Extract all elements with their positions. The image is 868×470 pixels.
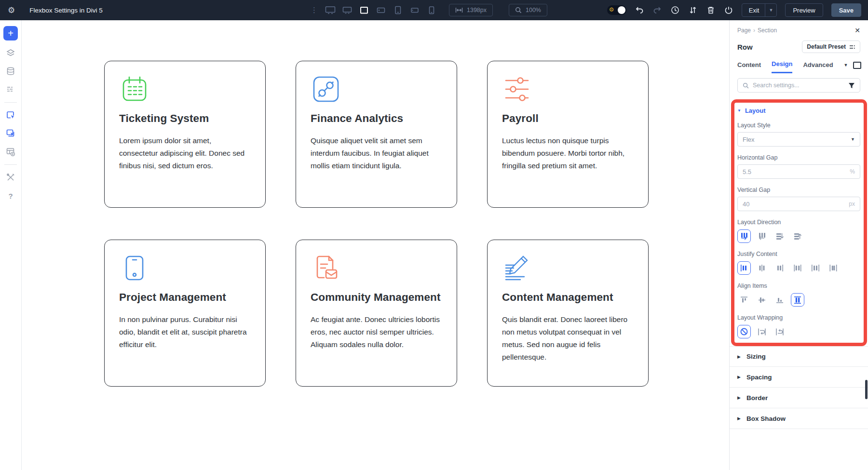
breadcrumb-page[interactable]: Page	[737, 27, 751, 34]
section-border[interactable]: ▶ Border	[730, 388, 868, 408]
close-icon[interactable]: ✕	[854, 27, 860, 34]
settings-panel: Page › Section ✕ Row Default Preset Cont…	[729, 20, 868, 470]
tab-design[interactable]: Design	[772, 60, 792, 73]
zoom-level-indicator[interactable]: 100%	[509, 4, 547, 16]
filter-icon[interactable]	[848, 82, 855, 89]
redo-icon[interactable]	[652, 5, 662, 15]
device-tablet-landscape-icon[interactable]	[375, 4, 387, 16]
default-preset-button[interactable]: Default Preset	[802, 40, 860, 53]
layout-direction-options	[737, 229, 860, 243]
builder-mode-toggle[interactable]: ⚙	[607, 5, 626, 15]
justify-content-options	[737, 261, 860, 275]
expand-caret-icon: ▶	[737, 416, 741, 421]
layout-settings-group: ▼ Layout Layout Style Flex ▼ Horizontal …	[731, 99, 867, 346]
wrap-wrap-button[interactable]	[755, 325, 769, 338]
link-icon	[311, 74, 442, 105]
expand-caret-icon: ▶	[737, 375, 741, 379]
page-canvas[interactable]: Ticketing System Lorem ipsum dolor sit a…	[22, 20, 729, 470]
horizontal-gap-field: %	[737, 164, 860, 179]
card-body: Quisque aliquet velit sit amet sem inter…	[311, 134, 442, 172]
tab-content[interactable]: Content	[737, 61, 761, 73]
device-current-view-icon[interactable]	[358, 4, 370, 16]
device-desktop-icon[interactable]	[341, 4, 353, 16]
vertical-gap-input[interactable]	[743, 201, 849, 208]
card-body: Luctus lectus non quisque turpis bibendu…	[502, 134, 634, 172]
save-button[interactable]: Save	[831, 3, 861, 17]
power-icon[interactable]	[724, 5, 733, 15]
breadcrumb: Page › Section ✕	[737, 27, 860, 34]
sort-layers-icon[interactable]	[688, 5, 698, 15]
align-stretch-button[interactable]	[791, 293, 804, 307]
layout-style-dropdown[interactable]: Flex ▼	[737, 132, 860, 147]
preview-button[interactable]: Preview	[785, 3, 823, 17]
select-row-icon[interactable]	[5, 128, 16, 139]
search-input[interactable]	[753, 82, 844, 89]
wrap-nowrap-button[interactable]	[737, 325, 751, 338]
direction-column-button[interactable]	[773, 229, 787, 243]
preset-icon	[849, 44, 855, 50]
card-finance-analytics[interactable]: Finance Analytics Quisque aliquet velit …	[296, 61, 457, 208]
select-module-icon[interactable]	[5, 109, 16, 121]
section-box-shadow[interactable]: ▶ Box Shadow	[730, 408, 868, 429]
justify-flex-end-button[interactable]	[773, 261, 787, 275]
align-baseline-button[interactable]	[773, 293, 787, 307]
align-center-button[interactable]	[755, 293, 769, 307]
align-items-options	[737, 293, 860, 307]
card-ticketing-system[interactable]: Ticketing System Lorem ipsum dolor sit a…	[104, 61, 266, 208]
breadcrumb-section[interactable]: Section	[758, 27, 777, 34]
card-title: Content Management	[502, 291, 634, 304]
phone-icon	[119, 253, 251, 283]
layout-group-header[interactable]: ▼ Layout	[737, 107, 860, 114]
horizontal-gap-input[interactable]	[743, 168, 850, 175]
card-payroll[interactable]: Payroll Luctus lectus non quisque turpis…	[487, 61, 649, 208]
section-sizing[interactable]: ▶ Sizing	[730, 346, 868, 367]
device-desktop-large-icon[interactable]	[324, 4, 337, 16]
direction-row-reverse-button[interactable]	[755, 229, 769, 243]
chevron-down-icon: ▼	[851, 137, 855, 142]
justify-space-evenly-button[interactable]	[827, 261, 840, 275]
exit-button[interactable]: Exit ▼	[742, 3, 777, 17]
tabs-dropdown-caret-icon[interactable]: ▼	[844, 63, 848, 67]
unit-label[interactable]: px	[849, 201, 855, 207]
direction-column-reverse-button[interactable]	[791, 229, 804, 243]
wrap-wrap-reverse-button[interactable]	[773, 325, 787, 338]
database-icon[interactable]	[5, 66, 16, 77]
device-tablet-portrait-icon[interactable]	[392, 4, 404, 16]
trash-icon[interactable]	[706, 5, 716, 15]
more-options-icon[interactable]: ⋮	[311, 6, 318, 14]
card-content-management[interactable]: Content Management Quis blandit erat. Do…	[487, 240, 649, 387]
settings-search	[737, 78, 860, 93]
device-phone-portrait-icon[interactable]	[425, 4, 438, 16]
device-phone-landscape-icon[interactable]	[408, 4, 421, 16]
exit-dropdown-caret-icon[interactable]: ▼	[765, 4, 776, 16]
justify-center-button[interactable]	[755, 261, 769, 275]
card-project-management[interactable]: Project Management In non pulvinar purus…	[104, 240, 266, 387]
tools-icon[interactable]	[5, 172, 16, 183]
layout-wrapping-options	[737, 325, 860, 338]
panel-scrollbar[interactable]	[865, 380, 868, 399]
layout-library-icon[interactable]	[5, 146, 16, 158]
justify-flex-start-button[interactable]	[737, 261, 751, 275]
card-body: Lorem ipsum dolor sit amet, consectetur …	[119, 134, 251, 172]
card-body: Quis blandit erat. Donec laoreet libero …	[502, 313, 634, 363]
horizontal-gap-label: Horizontal Gap	[737, 154, 860, 161]
justify-space-between-button[interactable]	[791, 261, 804, 275]
layers-icon[interactable]	[5, 47, 16, 59]
align-flex-start-button[interactable]	[737, 293, 751, 307]
builder-settings-gear-icon[interactable]: ⚙	[8, 6, 15, 14]
vertical-gap-field: px	[737, 197, 860, 211]
section-spacing[interactable]: ▶ Spacing	[730, 367, 868, 388]
history-icon[interactable]	[670, 5, 680, 15]
tab-advanced[interactable]: Advanced	[803, 61, 833, 73]
canvas-width-indicator[interactable]: 1398px	[449, 4, 493, 16]
wireframe-view-icon[interactable]	[5, 84, 16, 95]
add-module-button[interactable]: +	[3, 26, 18, 40]
rail-divider	[4, 164, 17, 165]
help-icon[interactable]: ?	[5, 190, 16, 201]
direction-row-button[interactable]	[737, 229, 751, 243]
card-community-management[interactable]: Community Management Ac feugiat ante. Do…	[296, 240, 457, 387]
desktop-view-icon[interactable]	[853, 62, 861, 69]
undo-icon[interactable]	[635, 5, 644, 15]
justify-space-around-button[interactable]	[809, 261, 822, 275]
unit-label[interactable]: %	[850, 168, 855, 175]
